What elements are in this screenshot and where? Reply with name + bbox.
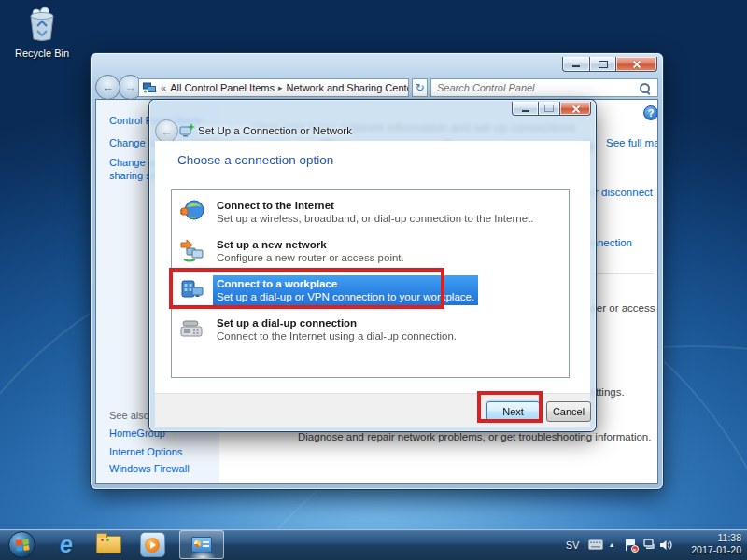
speaker-icon [659,539,672,551]
option-connect-to-internet[interactable]: Connect to the Internet Set up a wireles… [180,197,563,234]
breadcrumb-separator-icon: ▸ [278,83,283,92]
folder-icon [96,536,121,553]
help-button[interactable]: ? [643,105,658,120]
workplace-icon [180,277,204,301]
dialog-title: Set Up a Connection or Network [198,125,352,136]
start-button[interactable] [8,531,35,558]
sidebar-item-internet-options[interactable]: Internet Options [109,446,182,457]
see-also-heading: See also [109,410,149,421]
clock-time: 11:38 [682,532,741,544]
close-button[interactable] [615,57,657,72]
new-network-icon [180,238,204,262]
action-center-flag-icon: × [625,539,637,552]
dialog-maximize-button [539,102,559,116]
volume-button[interactable] [657,529,674,560]
error-badge-icon: × [631,545,639,553]
wizard-icon [179,123,195,138]
keyboard-icon[interactable] [586,529,605,560]
dialog-footer: Next Cancel [155,393,590,427]
maximize-icon [599,61,608,68]
windows-logo-icon [15,539,29,551]
option-description: Connect to the Internet using a dial-up … [217,329,457,343]
dialog-close-button[interactable] [559,102,591,116]
action-center-button[interactable]: × [622,529,639,560]
troubleshoot-text: Diagnose and repair network problems, or… [298,431,651,442]
minimize-icon [522,110,529,112]
refresh-icon: ↻ [415,81,424,94]
maximize-button[interactable] [590,57,615,72]
show-hidden-icons-button[interactable]: ▴ [605,529,618,560]
setup-connection-dialog: ← Set Up a Connection or Network Choose … [149,100,596,431]
media-player-icon [140,532,165,557]
dialup-modem-icon [180,316,204,341]
minimize-button[interactable] [562,57,590,72]
option-set-up-new-network[interactable]: Set up a new network Configure a new rou… [180,236,563,273]
media-player-button[interactable] [136,530,168,559]
option-description: Set up a dial-up or VPN connection to yo… [217,290,474,303]
refresh-button[interactable]: ↻ [412,78,428,97]
back-arrow-icon: ← [162,125,173,138]
dialog-heading: Choose a connection option [177,153,333,167]
close-icon [571,105,580,113]
search-icon [640,83,650,93]
network-status-icon [642,539,656,551]
search-input[interactable] [431,82,640,93]
dialog-content: Choose a connection option Connect to th… [155,141,590,393]
option-title: Set up a new network [217,238,404,251]
internet-globe-icon [180,199,204,223]
clock-date: 2017-01-20 [682,544,741,556]
see-full-map-link[interactable]: See full map [606,137,658,148]
option-title: Set up a dial-up connection [217,316,457,329]
chevron-up-icon: ▴ [610,540,613,549]
taskbar: e SV ▴ × [0,529,747,560]
windows-explorer-button[interactable] [92,530,124,559]
recycle-bin-icon [24,6,60,43]
language-indicator[interactable]: SV [562,529,583,560]
dialog-caption-buttons [512,102,591,116]
search-box [430,78,658,97]
option-set-up-dialup[interactable]: Set up a dial-up connection Connect to t… [180,315,563,352]
option-connect-to-workplace[interactable]: Connect to a workplace Set up a dial-up … [180,275,563,313]
window-caption-buttons [562,57,657,72]
internet-explorer-button[interactable]: e [51,530,81,559]
next-button[interactable]: Next [486,401,540,422]
breadcrumb-item-network-sharing-center[interactable]: Network and Sharing Center [286,82,409,93]
recycle-bin-label: Recycle Bin [6,48,78,59]
option-title: Connect to a workplace [217,277,474,290]
dialog-minimize-button[interactable] [512,102,539,116]
forward-arrow-icon: → [124,80,136,94]
option-description: Set up a wireless, broadband, or dial-up… [217,212,533,225]
network-status-button[interactable] [641,529,657,560]
help-icon: ? [648,107,655,119]
dialog-back-button[interactable]: ← [155,119,178,143]
control-panel-icon [191,537,212,553]
address-bar[interactable]: « All Control Panel Items ▸ Network and … [138,78,409,97]
close-icon [632,60,641,68]
back-arrow-icon: ← [102,80,114,94]
clock[interactable]: 11:38 2017-01-20 [682,532,741,556]
desktop: Recycle Bin ← → « All Control Panel Item… [0,0,747,560]
network-places-icon [143,82,156,93]
option-description: Configure a new router or access point. [217,251,404,264]
sidebar-item-windows-firewall[interactable]: Windows Firewall [109,463,190,474]
recycle-bin[interactable]: Recycle Bin [6,6,78,59]
back-button[interactable]: ← [95,75,120,100]
internet-explorer-icon: e [60,531,73,558]
breadcrumb-item-all-control-panel-items[interactable]: All Control Panel Items [169,82,275,93]
cancel-button[interactable]: Cancel [546,401,591,422]
breadcrumb-overflow-chevron[interactable]: « [161,82,166,93]
minimize-icon [572,65,580,67]
control-panel-task-button[interactable] [179,530,224,559]
connection-options-list: Connect to the Internet Set up a wireles… [171,189,570,378]
maximize-icon [544,105,554,112]
option-title: Connect to the Internet [217,199,533,212]
